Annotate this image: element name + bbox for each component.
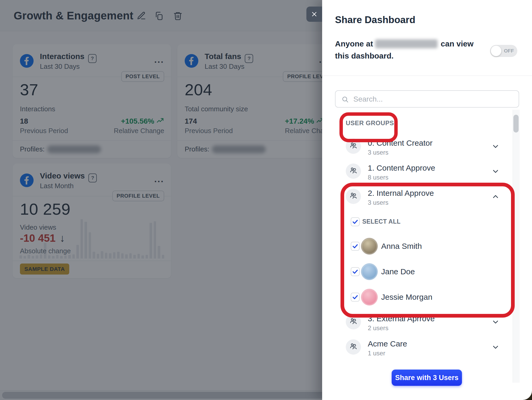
group-user-count: 3 users [368, 199, 389, 206]
group-user-count: 8 users [368, 174, 389, 181]
search-input[interactable] [353, 92, 511, 107]
chevron-down-icon[interactable] [491, 142, 500, 151]
chevron-up-icon[interactable] [491, 192, 500, 201]
anyone-can-view-toggle[interactable]: OFF [490, 45, 517, 57]
user-row-anna-smith: Anna Smith [322, 238, 506, 256]
select-all-row: SELECT ALL [322, 217, 506, 227]
chevron-down-icon[interactable] [491, 167, 500, 176]
redacted-account-name [375, 39, 438, 48]
group-name: 3. External Aprrove [368, 314, 435, 323]
select-all-checkbox[interactable] [351, 217, 360, 226]
search-box [335, 90, 519, 108]
vertical-scrollbar-thumb[interactable] [513, 115, 519, 133]
chevron-down-icon[interactable] [491, 318, 500, 326]
share-button[interactable]: Share with 3 Users [392, 370, 462, 386]
group-user-count: 3 users [368, 149, 389, 156]
group-avatar [346, 314, 361, 329]
user-avatar-ring [361, 238, 377, 254]
group-user-count: 2 users [368, 324, 389, 332]
group-name: Acme Care [368, 339, 407, 348]
group-avatar [346, 164, 361, 179]
toggle-knob [491, 46, 501, 56]
group-avatar [346, 189, 361, 204]
description-prefix: Anyone at [335, 39, 373, 48]
group-avatar [346, 339, 361, 355]
group-name: 1. Content Approve [368, 164, 435, 172]
group-user-count: 1 user [368, 350, 385, 357]
close-button[interactable] [306, 7, 322, 22]
user-name: Jane Doe [381, 267, 415, 276]
user-checkbox[interactable] [351, 293, 360, 302]
panel-title: Share Dashboard [335, 14, 415, 25]
app-window: Growth & Engagement Interactions? Last 3… [0, 0, 532, 400]
group-row-4[interactable]: Acme Care1 user [322, 334, 522, 360]
user-name: Jessie Morgan [381, 293, 432, 302]
users-icon [349, 342, 358, 352]
group-row-1[interactable]: 1. Content Approve8 users [322, 159, 522, 184]
toggle-state-label: OFF [504, 48, 514, 54]
chevron-down-icon[interactable] [491, 343, 500, 351]
user-row-jessie-morgan: Jessie Morgan [322, 289, 506, 307]
user-name: Anna Smith [381, 242, 422, 251]
user-avatar-ring [361, 289, 377, 305]
users-icon [349, 166, 358, 176]
users-icon [349, 141, 358, 151]
users-icon [349, 191, 358, 202]
select-all-label: SELECT ALL [362, 218, 401, 225]
group-row-2[interactable]: 2. Internal Approve3 users [322, 184, 522, 209]
users-icon [349, 317, 358, 327]
user-checkbox[interactable] [351, 267, 360, 276]
close-icon [311, 10, 318, 18]
divider [322, 76, 532, 76]
group-name: 0. Content Creator [368, 139, 433, 148]
user-groups-section-label: USER GROUPS [346, 119, 394, 127]
share-dashboard-panel: Share Dashboard Anyone atcan view this d… [322, 0, 532, 400]
share-description: Anyone atcan view this dashboard. [335, 38, 487, 62]
user-row-jane-doe: Jane Doe [322, 264, 506, 281]
group-name: 2. Internal Approve [368, 189, 434, 198]
group-row-3[interactable]: 3. External Aprrove2 users [322, 309, 522, 334]
group-row-0[interactable]: 0. Content Creator3 users [322, 134, 522, 159]
user-checkbox[interactable] [351, 242, 360, 251]
group-avatar [346, 139, 361, 154]
user-avatar-ring [361, 264, 377, 280]
search-icon [341, 96, 349, 103]
